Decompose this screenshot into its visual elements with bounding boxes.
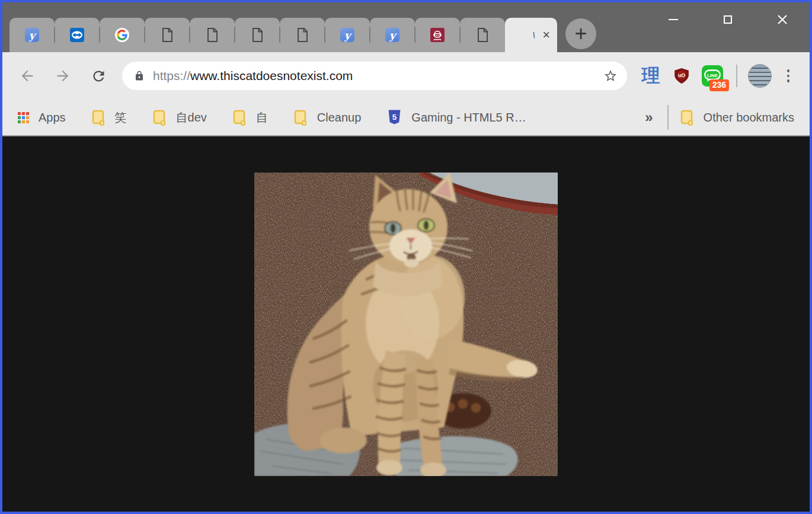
bookmark-label: 笑: [115, 110, 127, 126]
yahoo-favicon-icon: y: [385, 28, 399, 42]
cat-photo: [254, 173, 558, 476]
tab-11[interactable]: [460, 18, 505, 52]
url-text[interactable]: https://www.thiscatdoesnotexist.com: [153, 69, 595, 83]
bookmarks-right-cluster: » Other bookmarks: [637, 105, 794, 130]
back-button[interactable]: [12, 60, 43, 91]
tab-3[interactable]: [100, 18, 145, 52]
folder-icon: [92, 110, 106, 126]
bookmark-gaming[interactable]: 5 Gaming - HTML5 R…: [387, 109, 526, 126]
window-controls: [646, 2, 810, 37]
tab-close-icon[interactable]: ×: [542, 28, 550, 41]
page-content: [2, 136, 810, 512]
titlebar: y: [2, 2, 810, 52]
ublock-extension-button[interactable]: uO: [669, 60, 695, 91]
maximize-icon: [724, 15, 732, 24]
blank-page-favicon-icon: [475, 28, 490, 42]
browser-menu-button[interactable]: [776, 60, 800, 91]
url-scheme: https://: [153, 69, 190, 82]
browser-window: y: [0, 0, 812, 514]
bookmark-label: 自: [256, 110, 268, 126]
new-tab-button[interactable]: +: [565, 18, 596, 49]
address-bar[interactable]: https://www.thiscatdoesnotexist.com: [122, 62, 627, 90]
profile-avatar[interactable]: [748, 64, 772, 88]
tab-8[interactable]: y: [325, 18, 370, 52]
folder-icon: [680, 110, 694, 126]
robot-headphones-favicon-icon: [430, 28, 445, 42]
minimize-button[interactable]: [646, 2, 701, 37]
line-badge-count: 236: [709, 79, 729, 91]
bookmark-folder-3[interactable]: 自: [233, 110, 268, 126]
forward-button[interactable]: [47, 60, 78, 91]
bookmark-folder-2[interactable]: 自dev: [153, 110, 207, 126]
tab-6[interactable]: [235, 18, 280, 52]
yahoo-favicon-icon: y: [340, 28, 354, 42]
other-bookmarks[interactable]: Other bookmarks: [680, 110, 794, 126]
kebab-menu-icon: [787, 69, 790, 72]
blank-page-favicon-icon: [160, 28, 174, 42]
tab-9[interactable]: y: [370, 18, 415, 52]
tab-1[interactable]: y: [9, 18, 55, 52]
bookmark-label: Gaming - HTML5 R…: [411, 111, 526, 124]
tab-4[interactable]: [145, 18, 190, 52]
tab-strip: y: [9, 18, 596, 52]
navigation-toolbar: https://www.thiscatdoesnotexist.com 理 uO…: [2, 52, 810, 100]
svg-text:LINE: LINE: [707, 73, 718, 78]
bookmark-star-icon[interactable]: [603, 69, 618, 83]
url-host: www.thiscatdoesnotexist.com: [190, 69, 353, 82]
ublock-shield-icon: uO: [673, 67, 690, 85]
blank-page-favicon-icon: [205, 28, 219, 42]
folder-icon: [294, 110, 308, 126]
teamviewer-favicon-icon: [70, 28, 84, 42]
tab-7[interactable]: [280, 18, 325, 52]
bookmarks-overflow-chevron[interactable]: »: [637, 109, 661, 126]
svg-text:uO: uO: [678, 72, 685, 78]
html5-shield-icon: 5: [387, 109, 402, 126]
reload-button[interactable]: [83, 60, 114, 91]
kanji-extension-icon: 理: [642, 63, 660, 88]
tab-2[interactable]: [55, 18, 100, 52]
tab-10[interactable]: [415, 18, 460, 52]
apps-shortcut[interactable]: Apps: [18, 111, 66, 124]
tab-active[interactable]: \ ×: [505, 18, 557, 52]
minimize-icon: [669, 19, 678, 20]
bookmark-folder-4[interactable]: Cleanup: [294, 110, 362, 126]
other-bookmarks-label: Other bookmarks: [704, 111, 794, 124]
apps-label: Apps: [39, 111, 66, 124]
folder-icon: [233, 110, 247, 126]
tab-5[interactable]: [190, 18, 235, 52]
maximize-button[interactable]: [701, 2, 755, 37]
toolbar-divider: [736, 65, 737, 87]
bookmarks-bar: Apps 笑 自dev 自 Cleanup 5 Gaming - HTML5 R…: [2, 100, 810, 136]
bookmarks-divider: [667, 105, 669, 130]
line-extension-button[interactable]: LINE 236: [699, 60, 725, 91]
kanji-extension-button[interactable]: 理: [638, 60, 664, 91]
svg-text:5: 5: [392, 113, 397, 122]
apps-grid-icon: [18, 112, 29, 123]
blank-page-favicon-icon: [295, 28, 309, 42]
yahoo-favicon-icon: y: [25, 28, 39, 42]
blank-page-favicon-icon: [250, 28, 264, 42]
reload-icon: [91, 68, 107, 84]
google-favicon-icon: [115, 28, 129, 42]
lock-icon[interactable]: [134, 71, 145, 81]
forward-arrow-icon: [55, 68, 71, 84]
bookmark-folder-1[interactable]: 笑: [92, 110, 127, 126]
folder-icon: [153, 110, 167, 126]
bookmark-label: 自dev: [176, 110, 207, 126]
back-arrow-icon: [19, 68, 36, 84]
close-button[interactable]: [755, 2, 810, 37]
close-icon: [777, 14, 788, 25]
active-tab-title: \: [532, 30, 536, 40]
bookmark-label: Cleanup: [317, 111, 362, 124]
